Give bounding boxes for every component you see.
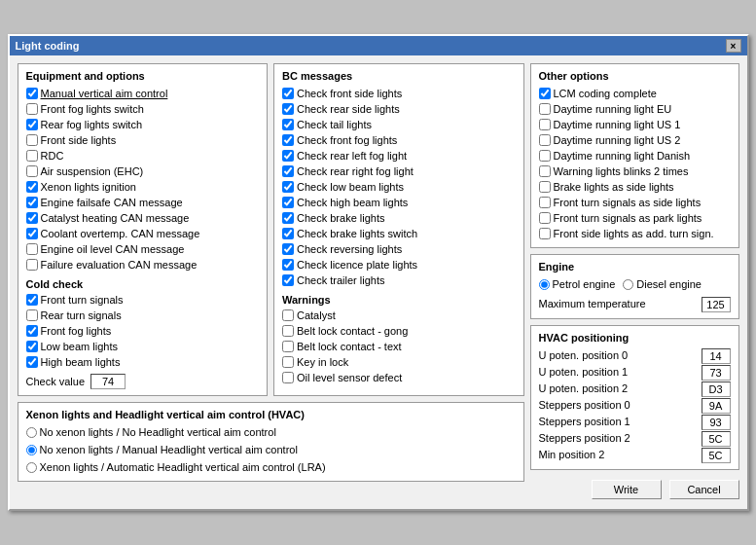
bc-checkbox-9[interactable] xyxy=(282,228,294,239)
cold-check-checkbox-4[interactable] xyxy=(26,356,38,368)
bc-checkbox-10[interactable] xyxy=(282,243,294,255)
hvac-input-3[interactable] xyxy=(702,398,731,414)
hvac-input-4[interactable] xyxy=(702,415,731,430)
hvac-input-2[interactable] xyxy=(702,382,731,397)
equipment-checkbox-11[interactable] xyxy=(26,259,38,271)
petrol-radio[interactable] xyxy=(539,279,550,290)
cold-check-checkbox-3[interactable] xyxy=(26,341,38,352)
equipment-item: Xenon lights ignition xyxy=(26,179,260,195)
xenon-radio-1[interactable] xyxy=(26,445,37,455)
cold-check-item: Front turn signals xyxy=(26,292,260,308)
other-item: Warning lights blinks 2 times xyxy=(539,164,731,179)
warning-checkbox-2[interactable] xyxy=(282,341,294,352)
warning-label-0: Catalyst xyxy=(297,308,336,323)
warning-checkbox-4[interactable] xyxy=(282,372,294,383)
hvac-row-4: Steppers position 1 xyxy=(539,414,731,430)
equipment-item: RDC xyxy=(26,148,260,164)
bc-checkbox-1[interactable] xyxy=(282,103,294,115)
equipment-label-8: Catalyst heating CAN message xyxy=(41,210,190,226)
other-section: Other options LCM coding completeDaytime… xyxy=(530,63,739,248)
equipment-checkbox-2[interactable] xyxy=(26,119,38,130)
cold-check-item: Rear turn signals xyxy=(26,308,260,323)
cold-check-title: Cold check xyxy=(26,278,260,290)
bc-checkbox-0[interactable] xyxy=(282,88,294,99)
cold-check-checkbox-1[interactable] xyxy=(26,309,38,321)
hvac-label-3: Steppers position 0 xyxy=(539,397,630,414)
equipment-checkbox-8[interactable] xyxy=(26,212,38,224)
hvac-input-5[interactable] xyxy=(702,431,731,447)
bc-title: BC messages xyxy=(282,70,516,82)
other-checkbox-1[interactable] xyxy=(539,103,551,115)
bc-checkbox-12[interactable] xyxy=(282,274,294,286)
equipment-checkbox-0[interactable] xyxy=(26,88,38,99)
warning-label-1: Belt lock contact - gong xyxy=(297,323,408,339)
hvac-row-3: Steppers position 0 xyxy=(539,397,731,414)
main-window: Light coding × Equipment and options Man… xyxy=(8,34,749,511)
bc-items: Check front side lightsCheck rear side l… xyxy=(282,86,516,288)
bc-item: Check front side lights xyxy=(282,86,516,101)
bc-checkbox-6[interactable] xyxy=(282,181,294,193)
equipment-checkbox-9[interactable] xyxy=(26,228,38,239)
close-button[interactable]: × xyxy=(726,39,741,53)
bc-label-1: Check rear side lights xyxy=(297,101,400,117)
equipment-checkbox-1[interactable] xyxy=(26,103,38,115)
check-value-input[interactable] xyxy=(90,374,126,389)
warning-checkbox-0[interactable] xyxy=(282,309,294,321)
diesel-radio[interactable] xyxy=(623,279,633,290)
hvac-label-6: Min position 2 xyxy=(539,447,605,463)
bc-checkbox-3[interactable] xyxy=(282,134,294,146)
hvac-input-1[interactable] xyxy=(702,365,731,381)
equipment-checkbox-7[interactable] xyxy=(26,197,38,208)
other-label-7: Front turn signals as side lights xyxy=(554,195,702,210)
other-item: Daytime running light US 1 xyxy=(539,117,731,132)
top-two-panels: Equipment and options Manual vertical ai… xyxy=(18,63,524,396)
other-checkbox-8[interactable] xyxy=(539,212,551,224)
title-bar: Light coding × xyxy=(10,36,747,55)
xenon-radio-0[interactable] xyxy=(26,427,37,438)
write-button[interactable]: Write xyxy=(592,480,662,499)
cancel-button[interactable]: Cancel xyxy=(669,480,739,499)
cold-check-label-4: High beam lights xyxy=(41,354,121,370)
bc-checkbox-4[interactable] xyxy=(282,150,294,162)
hvac-input-6[interactable] xyxy=(702,448,731,463)
engine-options-row: Petrol engine Diesel engine xyxy=(539,276,731,292)
warning-item: Oil level sensor defect xyxy=(282,370,516,385)
equipment-checkbox-10[interactable] xyxy=(26,243,38,255)
other-label-9: Front side lights as add. turn sign. xyxy=(554,226,714,241)
other-checkbox-9[interactable] xyxy=(539,228,551,239)
equipment-item: Front side lights xyxy=(26,132,260,148)
other-checkbox-4[interactable] xyxy=(539,150,551,162)
other-checkbox-7[interactable] xyxy=(539,197,551,208)
hvac-input-0[interactable] xyxy=(702,348,731,364)
other-checkbox-0[interactable] xyxy=(539,88,551,99)
other-checkbox-2[interactable] xyxy=(539,119,551,130)
equipment-checkbox-3[interactable] xyxy=(26,134,38,146)
equipment-checkbox-5[interactable] xyxy=(26,165,38,177)
equipment-item: Engine oil level CAN message xyxy=(26,241,260,257)
cold-check-checkbox-2[interactable] xyxy=(26,325,38,337)
other-label-1: Daytime running light EU xyxy=(554,101,672,117)
cold-check-checkbox-0[interactable] xyxy=(26,294,38,306)
bc-item: Check rear right fog light xyxy=(282,164,516,179)
bc-checkbox-5[interactable] xyxy=(282,165,294,177)
xenon-radio-2[interactable] xyxy=(26,462,37,473)
warning-checkbox-3[interactable] xyxy=(282,356,294,368)
bc-item: Check trailer lights xyxy=(282,272,516,288)
bc-checkbox-2[interactable] xyxy=(282,119,294,130)
other-checkbox-5[interactable] xyxy=(539,165,551,177)
warning-checkbox-1[interactable] xyxy=(282,325,294,337)
other-label-4: Daytime running light Danish xyxy=(554,148,691,164)
bc-label-7: Check high beam lights xyxy=(297,195,408,210)
other-checkbox-6[interactable] xyxy=(539,181,551,193)
equipment-item: Engine failsafe CAN message xyxy=(26,195,260,210)
bc-label-5: Check rear right fog light xyxy=(297,164,414,179)
bc-checkbox-11[interactable] xyxy=(282,259,294,271)
other-checkbox-3[interactable] xyxy=(539,134,551,146)
equipment-checkbox-6[interactable] xyxy=(26,181,38,193)
right-panel: Other options LCM coding completeDaytime… xyxy=(530,63,739,501)
other-label-6: Brake lights as side lights xyxy=(554,179,674,195)
equipment-checkbox-4[interactable] xyxy=(26,150,38,162)
bc-checkbox-8[interactable] xyxy=(282,212,294,224)
bc-checkbox-7[interactable] xyxy=(282,197,294,208)
max-temp-input[interactable] xyxy=(702,297,731,312)
